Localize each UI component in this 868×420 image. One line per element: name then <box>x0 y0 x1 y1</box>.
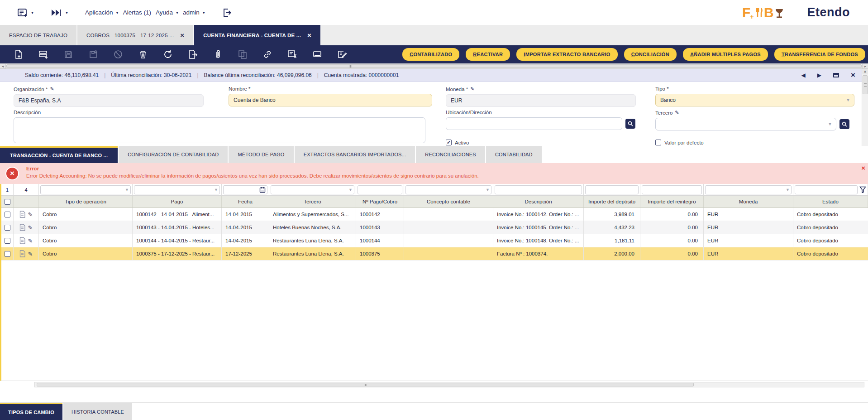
close-icon[interactable]: × <box>180 32 184 39</box>
table-row-selected[interactable]: ✎ Cobro 1000375 - 17-12-2025 - Restaur..… <box>1 247 868 261</box>
activo-checkbox[interactable] <box>446 140 452 145</box>
table-row[interactable]: ✎ Cobro 1000143 - 14-04-2015 - Hoteles..… <box>1 221 868 234</box>
form-edit-icon[interactable] <box>337 49 347 59</box>
row-checkbox[interactable] <box>5 251 10 257</box>
document-icon[interactable] <box>19 250 25 257</box>
chevron-down-icon[interactable]: ▼ <box>828 121 832 126</box>
scrollbar-thumb[interactable] <box>37 383 694 386</box>
subtab-reconciliaciones[interactable]: RECONCILIACIONES <box>416 146 485 163</box>
filter-tercero[interactable]: ▼ <box>271 185 354 194</box>
scroll-right-icon[interactable]: ▸ <box>862 64 868 68</box>
col-descripcion[interactable]: Descripción <box>493 196 584 208</box>
subtab-metodo-de-pago[interactable]: MÉTODO DE PAGO <box>229 146 293 163</box>
delete-icon[interactable] <box>138 49 148 59</box>
close-error-icon[interactable]: × <box>861 164 865 172</box>
cancel-icon[interactable] <box>113 49 123 59</box>
moneda-input[interactable] <box>446 94 636 107</box>
filter-estado[interactable] <box>795 185 858 194</box>
col-importe-deposito[interactable]: Importe del depósito <box>584 196 640 208</box>
new-row-icon[interactable] <box>38 49 48 59</box>
col-tipo-operacion[interactable]: Tipo de operación <box>39 196 133 208</box>
filter-fecha[interactable] <box>223 185 267 194</box>
chevron-down-icon[interactable]: ▼ <box>846 97 850 102</box>
col-num-pago-cobro[interactable]: Nº Pago/Cobro <box>356 196 404 208</box>
col-estado[interactable]: Estado <box>793 196 868 208</box>
organizacion-input[interactable] <box>14 94 204 107</box>
table-row[interactable]: ✎ Cobro 1000142 - 14-04-2015 - Aliment..… <box>1 208 868 221</box>
clone-icon[interactable] <box>238 49 248 59</box>
subtab-extractos-bancarios[interactable]: EXTRACTOS BANCARIOS IMPORTADOS... <box>295 146 415 163</box>
create-menu-button[interactable]: ▾ <box>17 8 33 17</box>
close-icon[interactable]: × <box>307 32 311 39</box>
translate-icon[interactable] <box>287 49 297 59</box>
col-concepto-contable[interactable]: Concepto contable <box>404 196 493 208</box>
document-icon[interactable] <box>19 224 25 231</box>
quick-launch-button[interactable]: ▾ <box>51 9 68 17</box>
col-moneda[interactable]: Moneda <box>704 196 793 208</box>
contabilizado-button[interactable]: CONTABILIZADO <box>402 48 459 61</box>
scroll-up-icon[interactable]: ▲ <box>862 69 868 74</box>
funnel-icon[interactable] <box>859 186 866 193</box>
logout-button[interactable] <box>222 8 231 18</box>
menu-admin[interactable]: admin ▾ <box>183 9 205 16</box>
subtab-transaccion[interactable]: TRANSACCIÓN - CUENTA DE BANCO ... <box>0 146 118 163</box>
refresh-icon[interactable] <box>163 49 173 59</box>
search-icon[interactable] <box>839 119 849 129</box>
col-importe-reintegro[interactable]: Importe del reintegro <box>640 196 704 208</box>
export-icon[interactable] <box>188 49 198 59</box>
scrollbar-track[interactable] <box>34 382 864 387</box>
row-checkbox[interactable] <box>5 212 10 217</box>
save-close-icon[interactable] <box>88 49 98 59</box>
tab-cuenta-financiera[interactable]: CUENTA FINANCIERA - CUENTA DE ... × <box>194 25 321 45</box>
subtab-configuracion-contabilidad[interactable]: CONFIGURACIÓN DE CONTABILIDAD <box>119 146 228 163</box>
form-horizontal-scrollbar[interactable]: ◂ ▸ <box>0 63 868 69</box>
filter-pago[interactable]: ▼ <box>134 185 220 194</box>
tercero-input[interactable] <box>655 118 836 130</box>
save-icon[interactable] <box>63 49 73 59</box>
filter-concepto-contable[interactable]: ▼ <box>405 185 491 194</box>
scrollbar-thumb[interactable] <box>6 64 862 68</box>
grid-horizontal-scrollbar[interactable] <box>0 381 868 388</box>
filter-importe-reintegro[interactable] <box>642 185 702 194</box>
importar-extracto-bancario-button[interactable]: IMPORTAR EXTRACTO BANCARIO <box>516 48 617 61</box>
descripcion-textarea[interactable] <box>14 117 425 143</box>
tab-cobros[interactable]: COBROS - 1000375 - 17-12-2025 ... × <box>77 25 194 45</box>
filter-tipo-operacion[interactable]: ▼ <box>40 185 131 194</box>
edit-pencil-icon[interactable]: ✎ <box>28 211 33 218</box>
ubicacion-input[interactable] <box>446 117 622 130</box>
select-all-checkbox[interactable] <box>5 199 10 205</box>
link-field-icon[interactable]: ✎ <box>50 86 54 92</box>
link-field-icon[interactable]: ✎ <box>675 110 679 116</box>
screen-icon[interactable] <box>312 49 322 59</box>
nombre-input[interactable] <box>229 94 432 106</box>
filter-moneda[interactable]: ▼ <box>705 185 792 194</box>
anadir-multiples-pagos-button[interactable]: AÑADIR MÚLTIPLES PAGOS <box>683 48 768 61</box>
row-checkbox[interactable] <box>5 238 10 244</box>
conciliacion-button[interactable]: CONCILIACIÓN <box>624 48 677 61</box>
col-pago[interactable]: Pago <box>133 196 222 208</box>
attachment-icon[interactable] <box>213 49 223 59</box>
search-icon[interactable] <box>625 119 635 129</box>
calendar-icon[interactable] <box>259 187 266 193</box>
document-icon[interactable] <box>19 237 25 244</box>
col-fecha[interactable]: Fecha <box>222 196 269 208</box>
edit-pencil-icon[interactable]: ✎ <box>28 251 33 257</box>
scroll-left-icon[interactable]: ◂ <box>0 64 6 68</box>
filter-descripcion[interactable] <box>495 185 582 194</box>
filter-num-pago-cobro[interactable] <box>358 185 402 194</box>
tab-espacio-de-trabajo[interactable]: ESPACIO DE TRABAJO <box>0 25 77 45</box>
filter-importe-deposito[interactable] <box>585 185 639 194</box>
menu-alertas[interactable]: Alertas (1) <box>123 9 151 16</box>
transferencia-de-fondos-button[interactable]: TRANSFERENCIA DE FONDOS <box>774 48 865 61</box>
document-icon[interactable] <box>19 211 25 218</box>
link-field-icon[interactable]: ✎ <box>470 86 474 92</box>
close-form-icon[interactable]: × <box>851 71 855 79</box>
edit-pencil-icon[interactable]: ✎ <box>28 237 33 244</box>
tipo-select[interactable] <box>655 94 854 106</box>
tab-tipos-de-cambio[interactable]: TIPOS DE CAMBIO <box>0 403 62 420</box>
form-vertical-scrollbar[interactable]: ▲ <box>862 69 868 146</box>
scrollbar-thumb[interactable] <box>863 75 868 94</box>
table-row[interactable]: ✎ Cobro 1000144 - 14-04-2015 - Restaur..… <box>1 234 868 247</box>
valor-por-defecto-checkbox[interactable] <box>655 140 661 145</box>
next-record-icon[interactable]: ▶ <box>817 72 821 78</box>
